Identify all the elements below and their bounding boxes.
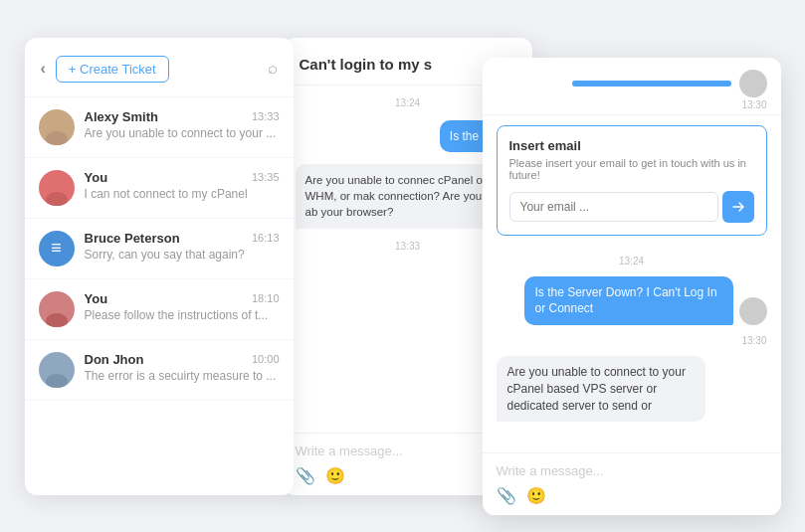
ticket-time: 13:35 [252, 171, 280, 183]
app-container: ‹ + Create Ticket ⌕ Alexy Smith 13:33 Ar… [25, 38, 781, 495]
avatar: ≡ [39, 231, 75, 266]
list-item[interactable]: Don Jhon 10:00 The error is a secuirty m… [25, 340, 294, 401]
ticket-time: 18:10 [252, 292, 280, 304]
ticket-message: Sorry, can you say that again? [85, 248, 280, 262]
message-time: 13:24 [497, 256, 767, 266]
ticket-name: Alexy Smith [85, 109, 158, 124]
svg-point-2 [50, 177, 64, 191]
ticket-info: Alexy Smith 13:33 Are you unable to conn… [85, 109, 280, 140]
ticket-info: Don Jhon 10:00 The error is a secuirty m… [85, 352, 280, 383]
ticket-name: You [85, 170, 108, 185]
svg-point-5 [46, 313, 68, 327]
left-header-left: ‹ + Create Ticket [41, 56, 169, 83]
ticket-top: You 18:10 [85, 291, 280, 306]
create-ticket-button[interactable]: + Create Ticket [56, 56, 169, 83]
search-icon[interactable]: ⌕ [268, 59, 278, 79]
ticket-time: 13:33 [252, 110, 280, 122]
avatar [39, 170, 75, 206]
right-input-area: Write a message... 📎 🙂 [483, 452, 781, 515]
attach-icon[interactable]: 📎 [497, 486, 516, 505]
ticket-name: Don Jhon [85, 352, 144, 367]
list-item[interactable]: You 13:35 I can not connect to my cPanel [25, 158, 294, 219]
svg-point-7 [46, 374, 68, 388]
insert-email-title: Insert email [509, 138, 754, 153]
message-time: 13:30 [497, 335, 767, 346]
ticket-message: Are you unable to connect to your ... [85, 126, 280, 140]
blue-bar-indicator [572, 81, 731, 87]
insert-email-box: Insert email Please insert your email to… [497, 125, 767, 236]
right-panel: 13:30 Insert email Please insert your em… [483, 58, 781, 515]
right-input-icons: 📎 🙂 [497, 486, 767, 505]
insert-email-description: Please insert your email to get in touch… [509, 157, 754, 181]
message-bubble-right: Is the Server Down? I Can't Log In or Co… [524, 276, 733, 326]
message-row-left: Are you unable to connect to your cPanel… [497, 356, 767, 422]
ticket-name: You [85, 291, 108, 306]
ticket-list: Alexy Smith 13:33 Are you unable to conn… [25, 97, 294, 495]
avatar [39, 352, 75, 388]
right-top-section: 13:30 [483, 58, 781, 115]
ticket-message: I can not connect to my cPanel [85, 187, 280, 201]
ticket-time: 10:00 [252, 353, 280, 365]
email-send-button[interactable] [722, 191, 754, 223]
svg-point-3 [46, 192, 68, 206]
svg-point-6 [50, 359, 64, 373]
svg-point-0 [50, 116, 64, 130]
svg-point-4 [50, 298, 64, 312]
right-chat-messages: 13:24 Is the Server Down? I Can't Log In… [483, 246, 781, 452]
avatar [39, 109, 75, 145]
ticket-message: Please follow the instructions of t... [85, 308, 280, 322]
ticket-top: Don Jhon 10:00 [85, 352, 280, 367]
ticket-message: The error is a secuirty measure to ... [85, 369, 280, 383]
right-top-bar [497, 70, 767, 97]
avatar [739, 70, 767, 97]
right-input-placeholder: Write a message... [497, 463, 767, 478]
email-input[interactable] [509, 192, 718, 222]
list-item[interactable]: You 18:10 Please follow the instructions… [25, 279, 294, 340]
ticket-time: 16:13 [252, 232, 280, 244]
list-item[interactable]: ≡ Bruce Peterson 16:13 Sorry, can you sa… [25, 219, 294, 279]
ticket-top: Alexy Smith 13:33 [85, 109, 280, 124]
message-bubble-left: Are you unable to connect to your cPanel… [497, 356, 705, 422]
ticket-info: You 18:10 Please follow the instructions… [85, 291, 280, 322]
attach-icon[interactable]: 📎 [296, 466, 315, 485]
list-item[interactable]: Alexy Smith 13:33 Are you unable to conn… [25, 97, 294, 158]
emoji-icon[interactable]: 🙂 [325, 466, 345, 485]
left-panel: ‹ + Create Ticket ⌕ Alexy Smith 13:33 Ar… [25, 38, 294, 495]
email-input-row [509, 191, 754, 223]
message-time: 13:30 [741, 99, 766, 110]
ticket-info: You 13:35 I can not connect to my cPanel [85, 170, 280, 201]
avatar [39, 291, 75, 327]
emoji-icon[interactable]: 🙂 [526, 486, 546, 505]
avatar [739, 297, 767, 325]
left-header: ‹ + Create Ticket ⌕ [25, 38, 294, 97]
ticket-top: Bruce Peterson 16:13 [85, 231, 280, 246]
message-row-right: Is the Server Down? I Can't Log In or Co… [497, 276, 767, 326]
ticket-info: Bruce Peterson 16:13 Sorry, can you say … [85, 231, 280, 262]
back-button[interactable]: ‹ [41, 60, 46, 78]
svg-point-1 [46, 131, 68, 145]
message-bubble-left: Are you unable to connec cPanel or WHM, … [296, 164, 498, 228]
ticket-top: You 13:35 [85, 170, 280, 185]
ticket-name: Bruce Peterson [85, 231, 180, 246]
